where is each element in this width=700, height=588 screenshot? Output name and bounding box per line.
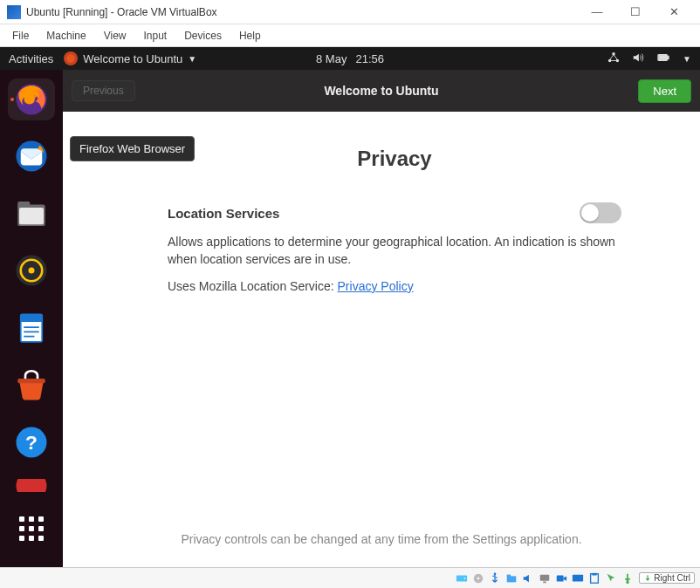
gnome-top-panel: Activities Welcome to Ubuntu ▼ 8 May 21:… xyxy=(0,47,700,70)
svg-rect-15 xyxy=(21,314,43,322)
svg-point-26 xyxy=(477,577,480,579)
menu-file[interactable]: File xyxy=(3,26,38,45)
svg-rect-31 xyxy=(544,581,547,583)
svg-rect-17 xyxy=(24,331,39,332)
shared-folder-icon[interactable] xyxy=(504,571,518,585)
audio-icon[interactable] xyxy=(521,571,535,585)
menu-input[interactable]: Input xyxy=(135,26,176,45)
dock-tooltip: Firefox Web Browser xyxy=(70,136,195,161)
dialog-body: Privacy Location Services Allows applica… xyxy=(63,112,700,520)
privacy-policy-link[interactable]: Privacy Policy xyxy=(338,279,414,293)
uses-text: Uses Mozilla Location Service: xyxy=(168,279,338,293)
vbox-status-bar: Right Ctrl xyxy=(0,567,700,588)
svg-rect-19 xyxy=(17,379,45,383)
host-key-label: Right Ctrl xyxy=(654,573,690,583)
location-services-toggle[interactable] xyxy=(580,202,621,223)
svg-point-27 xyxy=(494,572,497,575)
svg-rect-28 xyxy=(507,576,517,582)
menu-help[interactable]: Help xyxy=(230,26,270,45)
display-icon[interactable] xyxy=(538,571,552,585)
guest-screen: Activities Welcome to Ubuntu ▼ 8 May 21:… xyxy=(0,47,700,567)
dock-item-firefox[interactable] xyxy=(8,79,55,120)
menu-view[interactable]: View xyxy=(95,26,135,45)
dock-item-partial[interactable] xyxy=(8,479,55,493)
keyboard-capture-icon[interactable] xyxy=(621,571,635,585)
section-description: Allows applications to determine your ge… xyxy=(168,233,621,269)
host-key-indicator[interactable]: Right Ctrl xyxy=(639,572,695,584)
show-applications-button[interactable] xyxy=(8,508,55,550)
usb-icon[interactable] xyxy=(488,571,502,585)
network-icon xyxy=(607,51,620,66)
section-heading: Location Services xyxy=(168,206,621,221)
dock-item-libreoffice[interactable] xyxy=(8,307,55,349)
ubuntu-icon xyxy=(64,51,78,65)
svg-point-36 xyxy=(627,580,630,584)
svg-point-24 xyxy=(464,578,466,579)
dialog-header: Previous Welcome to Ubuntu Next xyxy=(63,70,700,112)
dock-item-rhythmbox[interactable] xyxy=(8,250,55,292)
previous-button[interactable]: Previous xyxy=(72,80,135,101)
app-menu-label: Welcome to Ubuntu xyxy=(83,52,182,65)
host-titlebar: Ubuntu [Running] - Oracle VM VirtualBox … xyxy=(0,0,700,24)
svg-rect-16 xyxy=(24,326,39,328)
activities-button[interactable]: Activities xyxy=(9,52,53,65)
svg-text:?: ? xyxy=(25,431,38,454)
dock-item-thunderbird[interactable] xyxy=(8,136,55,178)
svg-rect-5 xyxy=(659,55,667,59)
dialog-footer: Privacy controls can be changed at any t… xyxy=(63,520,700,567)
svg-rect-29 xyxy=(507,574,511,577)
svg-rect-32 xyxy=(557,575,564,581)
clipboard-icon[interactable] xyxy=(587,571,601,585)
display2-icon[interactable] xyxy=(571,571,585,585)
svg-rect-33 xyxy=(573,574,583,581)
svg-rect-30 xyxy=(540,574,550,580)
app-menu[interactable]: Welcome to Ubuntu ▼ xyxy=(64,51,196,65)
recording-icon[interactable] xyxy=(554,571,568,585)
system-menu[interactable]: ▼ xyxy=(607,51,691,66)
svg-point-13 xyxy=(29,268,35,274)
hdd-icon[interactable] xyxy=(455,571,469,585)
svg-point-22 xyxy=(17,479,47,493)
next-button[interactable]: Next xyxy=(638,79,691,103)
virtualbox-icon xyxy=(7,5,21,19)
chevron-down-icon: ▼ xyxy=(188,54,196,64)
dock-item-help[interactable]: ? xyxy=(8,421,55,463)
window-title: Ubuntu [Running] - Oracle VM VirtualBox xyxy=(26,6,578,18)
dock: ? xyxy=(0,70,63,567)
maximize-button[interactable]: ☐ xyxy=(616,0,655,24)
volume-icon xyxy=(632,51,644,66)
menu-machine[interactable]: Machine xyxy=(38,26,94,45)
dialog-title: Welcome to Ubuntu xyxy=(324,84,438,98)
svg-rect-9 xyxy=(17,202,30,208)
mouse-integration-icon[interactable] xyxy=(604,571,618,585)
page-title: Privacy xyxy=(168,147,621,171)
svg-rect-4 xyxy=(667,56,669,59)
dock-item-files[interactable] xyxy=(8,193,55,235)
menu-devices[interactable]: Devices xyxy=(175,26,230,45)
svg-rect-10 xyxy=(19,208,44,224)
clock[interactable]: 8 May 21:56 xyxy=(316,52,384,65)
svg-rect-35 xyxy=(593,572,597,575)
svg-rect-18 xyxy=(24,336,34,338)
optical-icon[interactable] xyxy=(471,571,485,585)
minimize-button[interactable]: — xyxy=(578,0,616,24)
close-button[interactable]: ✕ xyxy=(655,0,693,24)
host-menubar: File Machine View Input Devices Help xyxy=(0,24,700,47)
chevron-down-icon: ▼ xyxy=(683,54,691,64)
battery-icon xyxy=(656,51,670,66)
date-label: 8 May xyxy=(316,52,347,65)
time-label: 21:56 xyxy=(355,52,384,65)
dock-item-software[interactable] xyxy=(8,365,55,407)
